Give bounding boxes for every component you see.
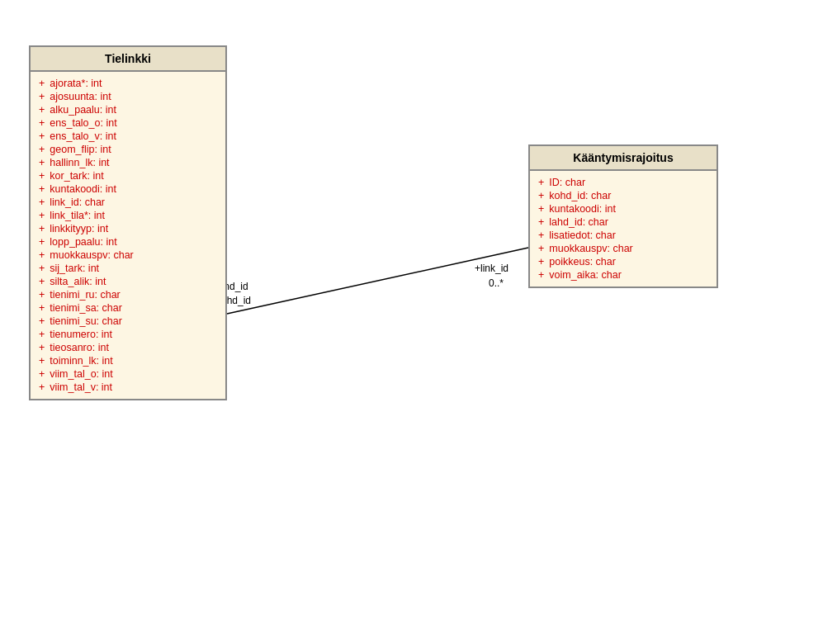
list-item: +viim_tal_v: int [39,381,217,394]
svg-line-0 [227,248,528,314]
plus-icon: + [538,177,544,188]
kaantymisrajoitus-box: Kääntymisrajoitus +ID: char +kohd_id: ch… [528,144,718,288]
list-item: +ajorata*: int [39,77,217,90]
list-item: +link_tila*: int [39,209,217,222]
list-item: +viim_tal_o: int [39,367,217,381]
kaantymisrajoitus-header: Kääntymisrajoitus [530,146,717,171]
list-item: +tieosanro: int [39,341,217,354]
list-item: +linkkityyp: int [39,222,217,235]
plus-icon: + [538,216,544,228]
plus-icon: + [538,230,544,241]
plus-icon: + [39,368,45,380]
plus-icon: + [39,197,45,208]
tielinkki-box: Tielinkki +ajorata*: int +ajosuunta: int… [29,45,227,400]
list-item: +ID: char [538,176,708,189]
plus-icon: + [538,203,544,215]
plus-icon: + [39,104,45,116]
kaantymisrajoitus-body: +ID: char +kohd_id: char +kuntakoodi: in… [530,171,717,286]
plus-icon: + [39,315,45,327]
list-item: +ajosuunta: int [39,90,217,103]
list-item: +kohd_id: char [538,189,708,202]
list-item: +hallinn_lk: int [39,156,217,169]
list-item: +muokkauspv: char [538,242,708,255]
plus-icon: + [39,263,45,274]
plus-icon: + [39,210,45,221]
plus-icon: + [39,91,45,102]
conn-label-multiplicity: 0..* [489,277,504,289]
tielinkki-body: +ajorata*: int +ajosuunta: int +alku_paa… [31,72,225,399]
list-item: +tienimi_ru: char [39,288,217,301]
list-item: +tienumero: int [39,328,217,341]
plus-icon: + [39,236,45,248]
list-item: +kor_tark: int [39,169,217,182]
list-item: +tienimi_sa: char [39,301,217,315]
plus-icon: + [39,130,45,142]
plus-icon: + [39,249,45,261]
plus-icon: + [538,256,544,268]
list-item: +geom_flip: int [39,143,217,156]
list-item: +sij_tark: int [39,262,217,275]
plus-icon: + [39,117,45,129]
list-item: +kuntakoodi: int [538,202,708,215]
diagram-canvas: +lahd_id +kohd_id +link_id 0..* 2 Tielin… [0,0,823,644]
list-item: +muokkauspv: char [39,249,217,262]
plus-icon: + [39,78,45,89]
list-item: +alku_paalu: int [39,103,217,116]
plus-icon: + [39,157,45,168]
list-item: +toiminn_lk: int [39,354,217,367]
list-item: +voim_aika: char [538,268,708,282]
list-item: +kuntakoodi: int [39,182,217,196]
list-item: +link_id: char [39,196,217,209]
plus-icon: + [39,342,45,353]
plus-icon: + [39,144,45,155]
plus-icon: + [39,355,45,367]
list-item: +lahd_id: char [538,215,708,229]
plus-icon: + [538,190,544,201]
plus-icon: + [39,329,45,340]
list-item: +tienimi_su: char [39,315,217,328]
list-item: +poikkeus: char [538,255,708,268]
conn-label-link-id: +link_id [475,263,508,274]
list-item: +lisatiedot: char [538,229,708,242]
plus-icon: + [39,183,45,195]
list-item: +ens_talo_o: int [39,116,217,130]
plus-icon: + [39,223,45,234]
plus-icon: + [39,381,45,393]
list-item: +silta_alik: int [39,275,217,288]
list-item: +ens_talo_v: int [39,130,217,143]
tielinkki-header: Tielinkki [31,47,225,72]
plus-icon: + [538,243,544,254]
plus-icon: + [39,289,45,301]
plus-icon: + [39,302,45,314]
plus-icon: + [39,170,45,182]
list-item: +lopp_paalu: int [39,235,217,249]
plus-icon: + [538,269,544,281]
plus-icon: + [39,276,45,287]
